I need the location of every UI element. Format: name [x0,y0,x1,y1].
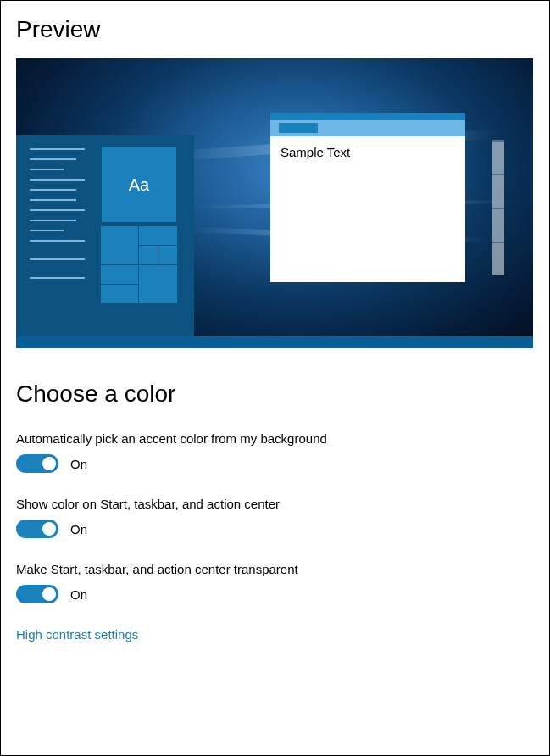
sample-window-tabbar [270,120,465,136]
toggle-state-text: On [70,587,87,602]
setting-label: Automatically pick an accent color from … [16,431,534,446]
toggle-state-text: On [70,457,87,471]
toggle-transparency[interactable] [16,585,58,603]
start-app-list [16,135,101,336]
setting-transparency: Make Start, taskbar, and action center t… [16,562,534,603]
preview-heading: Preview [16,16,534,43]
sample-window-text: Sample Text [270,136,465,168]
setting-show-color-start: Show color on Start, taskbar, and action… [16,497,534,538]
choose-color-heading: Choose a color [16,381,534,408]
wallpaper-window-icon [492,140,504,275]
start-menu-preview: Aa [16,135,194,336]
tile-grid [101,226,177,304]
setting-auto-accent: Automatically pick an accent color from … [16,431,534,473]
taskbar-preview [16,336,533,348]
high-contrast-link[interactable]: High contrast settings [16,627,138,642]
preview-pane: Aa Sample Text [16,58,533,348]
setting-label: Make Start, taskbar, and action center t… [16,562,534,576]
sample-window: Sample Text [270,113,465,282]
toggle-show-color-start[interactable] [16,520,58,538]
setting-label: Show color on Start, taskbar, and action… [16,497,534,511]
sample-window-titlebar [270,113,465,120]
start-tiles: Aa [101,135,194,336]
tile-large: Aa [101,147,177,223]
toggle-state-text: On [70,522,87,536]
toggle-auto-accent[interactable] [16,454,58,473]
